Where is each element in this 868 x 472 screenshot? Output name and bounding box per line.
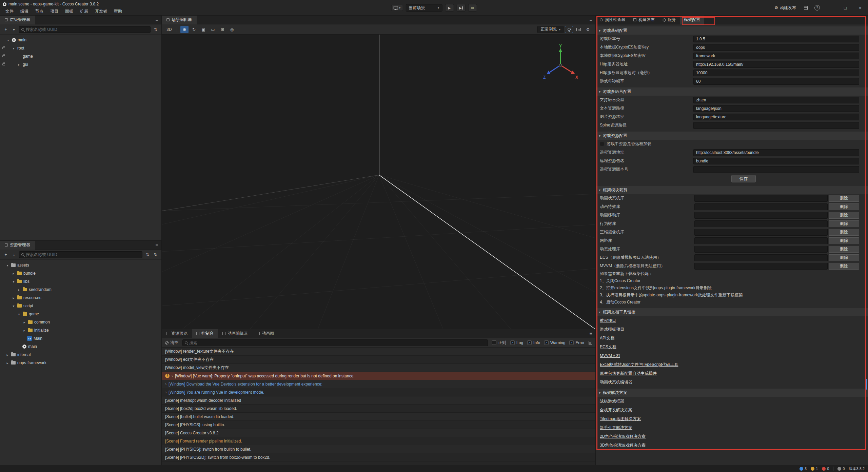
- misc-counter[interactable]: 0: [837, 467, 845, 471]
- asset-node-game[interactable]: ▾ game: [0, 310, 161, 318]
- delete-button[interactable]: 删除: [829, 229, 859, 236]
- doc-link[interactable]: API文档: [596, 334, 868, 342]
- tree-node-main[interactable]: ▾ main: [0, 36, 161, 44]
- layout-button[interactable]: ⊞: [468, 4, 477, 12]
- tab-animation-editor[interactable]: 动画编辑器: [218, 329, 252, 338]
- rotate-tool-button[interactable]: ↻: [190, 26, 198, 33]
- inspector-scrollbar[interactable]: [866, 379, 867, 390]
- remote-url-input[interactable]: [693, 149, 859, 156]
- menu-project[interactable]: 项目: [47, 8, 61, 15]
- doc-link[interactable]: ECS文档: [596, 342, 868, 351]
- caret-icon[interactable]: ▾: [6, 38, 10, 42]
- gizmo-tool-button[interactable]: ⊞: [218, 26, 226, 33]
- solution-link[interactable]: 3D角色扮演游戏解决方案: [596, 441, 868, 450]
- log-row[interactable]: [Scene] meshopt wasm decoder initialized: [162, 396, 595, 405]
- doc-link[interactable]: 游戏模板项目: [596, 325, 868, 334]
- expand-chevron-icon[interactable]: ›: [172, 374, 173, 378]
- asset-node-main-scene[interactable]: main: [0, 342, 161, 351]
- section-modules[interactable]: ▾ 框架模块裁剪: [596, 186, 868, 194]
- log-row-warning[interactable]: ! › [Window] [Vue warn]: Property "onInp…: [162, 372, 595, 380]
- caret-icon[interactable]: ▸: [12, 296, 16, 300]
- info-counter[interactable]: 3: [800, 467, 807, 471]
- rect-tool-button[interactable]: ▭: [209, 26, 217, 33]
- solution-link[interactable]: 战棋游戏框架: [596, 397, 868, 406]
- caret-icon[interactable]: ▸: [17, 63, 21, 66]
- log-row[interactable]: [Scene] [PHYSICS]: using builtin.: [162, 421, 595, 429]
- image-res-path-input[interactable]: [693, 114, 859, 120]
- fps-input[interactable]: [693, 78, 859, 85]
- hierarchy-search-input[interactable]: [26, 27, 148, 32]
- tab-animation-graph[interactable]: 动画图: [252, 329, 278, 338]
- help-button[interactable]: ?: [813, 4, 821, 12]
- tree-node-game[interactable]: game: [0, 52, 161, 60]
- log-row[interactable]: [Scene] [PHYSICS2D]: switch from box2d-w…: [162, 453, 595, 461]
- lock-icon[interactable]: [2, 55, 5, 57]
- doc-link[interactable]: 教程项目: [596, 316, 868, 325]
- delete-button[interactable]: 删除: [829, 203, 859, 210]
- add-node-button[interactable]: +: [3, 26, 9, 33]
- caret-icon[interactable]: ▾: [17, 312, 21, 316]
- log-row[interactable]: [Window] model_view文件夹不存在: [162, 364, 595, 372]
- open-log-file-button[interactable]: [589, 341, 592, 345]
- asset-node-initialize[interactable]: ▸ initialize: [0, 326, 161, 334]
- mode-3d-toggle[interactable]: 3D: [165, 26, 173, 33]
- tab-assets[interactable]: 资源管理器: [0, 241, 35, 250]
- tab-framework-config[interactable]: 框架配置: [680, 16, 704, 24]
- scene-settings-button[interactable]: ⚙: [584, 26, 592, 33]
- delete-button[interactable]: 删除: [829, 195, 859, 202]
- add-asset-button[interactable]: +: [3, 252, 9, 258]
- panel-menu-icon[interactable]: ≡: [152, 242, 161, 248]
- caret-icon[interactable]: ▸: [17, 288, 21, 292]
- caret-icon[interactable]: ▸: [5, 361, 9, 365]
- tab-property-inspector[interactable]: 属性检查器: [596, 16, 629, 24]
- asset-node-assets[interactable]: ▾ assets: [0, 261, 161, 269]
- scale-tool-button[interactable]: ▣: [199, 26, 208, 33]
- tab-scene-editor[interactable]: 场景编辑器: [162, 16, 197, 24]
- languages-input[interactable]: [693, 97, 859, 103]
- tree-node-root[interactable]: ▾ root: [0, 44, 161, 52]
- crypto-iv-input[interactable]: [693, 53, 859, 59]
- spine-res-path-input[interactable]: [693, 122, 859, 129]
- menu-file[interactable]: 文件: [3, 8, 16, 15]
- log-row[interactable]: › [Window] You are running Vue in develo…: [162, 388, 595, 396]
- log-search[interactable]: [182, 339, 488, 346]
- asset-node-libs[interactable]: ▾ libs: [0, 277, 161, 286]
- doc-link[interactable]: Excel格式转Json文件与TypeScript代码工具: [596, 360, 868, 369]
- clear-log-button[interactable]: 清空: [165, 340, 178, 346]
- section-solutions[interactable]: ▾ 框架解决方案: [596, 389, 868, 397]
- caret-icon[interactable]: ▸: [22, 320, 26, 324]
- warning-counter[interactable]: 1: [811, 467, 818, 471]
- filter-info-checkbox[interactable]: ✓ Info: [527, 340, 540, 345]
- caret-icon[interactable]: ▸: [5, 353, 9, 357]
- lock-icon[interactable]: [2, 63, 5, 65]
- asset-node-internal[interactable]: ▸ internal: [0, 351, 161, 359]
- caret-icon[interactable]: ▸: [22, 329, 26, 332]
- game-version-input[interactable]: [693, 36, 859, 42]
- tree-node-gui[interactable]: ▸ gui: [0, 60, 161, 68]
- log-row[interactable]: [Scene] [PHYSICS]: switch from builtin t…: [162, 445, 595, 453]
- panel-menu-icon[interactable]: ≡: [586, 17, 595, 22]
- delete-button[interactable]: 删除: [829, 212, 859, 219]
- caret-icon[interactable]: ▾: [12, 280, 16, 283]
- menu-panel[interactable]: 面板: [62, 8, 76, 15]
- build-publish-button[interactable]: ⚙ 构建发布: [772, 4, 798, 12]
- scene-select[interactable]: 当前场景 ▾: [406, 4, 442, 12]
- view-mode-select[interactable]: 正常浏览 ▾: [537, 26, 564, 33]
- remote-load-checkbox[interactable]: [600, 142, 604, 146]
- add-node-chevron-icon[interactable]: ▾: [11, 26, 17, 33]
- http-server-input[interactable]: [693, 61, 859, 68]
- tab-asset-preview[interactable]: 资源预览: [162, 329, 192, 338]
- panel-menu-icon[interactable]: ≡: [586, 331, 595, 336]
- menu-node[interactable]: 节点: [33, 8, 46, 15]
- minimize-button[interactable]: −: [825, 0, 836, 16]
- doc-link[interactable]: 动画状态机编辑器: [596, 378, 868, 387]
- regex-checkbox[interactable]: 正则: [492, 340, 506, 346]
- section-doc-links[interactable]: ▾ 框架文档工具链接: [596, 308, 868, 316]
- remote-version-input[interactable]: [693, 166, 859, 173]
- crypto-key-input[interactable]: [693, 44, 859, 51]
- asset-node-script[interactable]: ▾ script: [0, 302, 161, 310]
- menu-developer[interactable]: 开发者: [92, 8, 110, 15]
- light-toggle-button[interactable]: [565, 26, 573, 33]
- panel-menu-icon[interactable]: ≡: [152, 17, 161, 22]
- expand-chevron-icon[interactable]: ›: [165, 390, 166, 395]
